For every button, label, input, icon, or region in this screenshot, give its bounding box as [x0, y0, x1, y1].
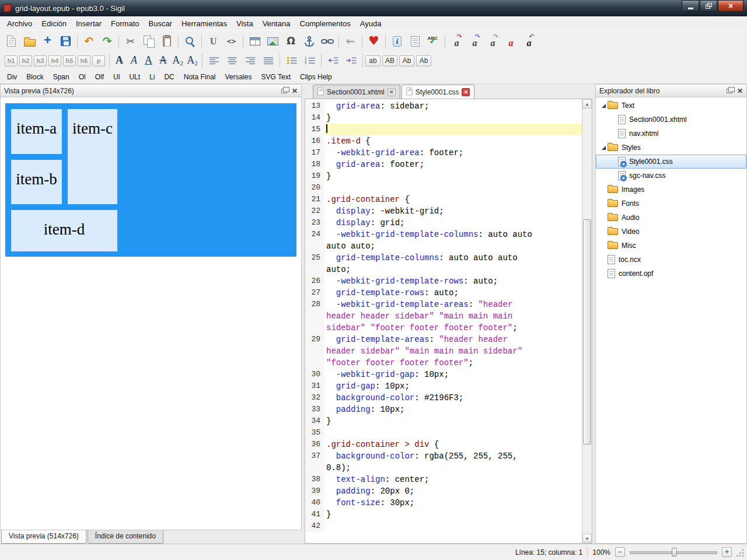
menu-edicion[interactable]: Edición — [37, 18, 71, 30]
donate-icon[interactable]: ♥ — [365, 33, 383, 50]
code-editor[interactable]: 13 grid-area: sidebar;14}1516.item-d {17… — [305, 99, 582, 543]
underline-button[interactable]: A — [141, 53, 156, 68]
menu-formato[interactable]: Formato — [106, 18, 144, 30]
clear-ignored-icon[interactable]: a↶ — [520, 33, 538, 50]
tag-clips-help-button[interactable]: Clips Help — [300, 72, 338, 82]
redo-icon[interactable]: ↷ — [98, 33, 116, 50]
uppercase-button[interactable]: AB — [382, 55, 397, 66]
zoom-slider-thumb[interactable] — [672, 548, 677, 556]
scroll-down-arrow[interactable]: ▼ — [582, 534, 592, 543]
menu-ayuda[interactable]: Ayuda — [355, 18, 386, 30]
find-misspelled-icon[interactable]: a↷ — [448, 33, 466, 50]
tree-item-images[interactable]: Images — [596, 183, 746, 197]
heading-h1-button[interactable]: h1 — [5, 55, 18, 66]
heading-h5-button[interactable]: h5 — [63, 55, 76, 66]
strikethrough-button[interactable]: A — [156, 53, 170, 68]
index-editor-icon[interactable] — [246, 33, 264, 50]
tree-item-toc-ncx[interactable]: toc.ncx — [596, 253, 746, 267]
tree-item-sgc-nav-css[interactable]: sgc-nav.css — [596, 169, 746, 183]
expanded-arrow-icon[interactable] — [602, 146, 606, 150]
ignore-word-icon[interactable]: a↷ — [484, 33, 502, 50]
float-panel-icon[interactable] — [727, 89, 732, 93]
heading-p-button[interactable]: p — [92, 55, 105, 66]
zoom-in-button[interactable]: + — [722, 547, 732, 557]
dock-tab-vista-previa-514x726-[interactable]: Vista previa (514x726) — [1, 530, 86, 544]
tag-li-button[interactable]: Li — [149, 72, 160, 82]
tree-item-nav-xhtml[interactable]: nav.xhtml — [596, 127, 746, 141]
align-center-icon[interactable] — [223, 52, 241, 69]
menu-herramientas[interactable]: Herramientas — [177, 18, 232, 30]
tag-svg-text-button[interactable]: SVG Text — [261, 72, 296, 82]
tree-item-styles[interactable]: Styles — [596, 141, 746, 155]
capitalize-button[interactable]: Ab — [416, 55, 431, 66]
indent-icon[interactable] — [342, 52, 360, 69]
insert-link-icon[interactable] — [318, 33, 336, 50]
italic-button[interactable]: A — [127, 53, 141, 68]
numbered-list-icon[interactable]: 123 — [301, 52, 319, 69]
tag-span-button[interactable]: Span — [53, 72, 75, 82]
align-justify-icon[interactable] — [259, 52, 277, 69]
special-character-icon[interactable]: Ω — [282, 33, 300, 50]
back-icon[interactable]: ← — [341, 33, 359, 50]
tag-ul-button[interactable]: Ul — [113, 72, 125, 82]
tree-item-misc[interactable]: Misc — [596, 239, 746, 253]
scroll-up-arrow[interactable]: ▲ — [582, 99, 592, 108]
copy-icon[interactable] — [139, 33, 158, 50]
misspelled-word-icon[interactable]: a — [502, 33, 520, 50]
zoom-out-button[interactable]: − — [615, 547, 625, 557]
tag-olf-button[interactable]: Olf — [95, 72, 110, 82]
menu-complementos[interactable]: Complementos — [295, 18, 355, 30]
heading-h4-button[interactable]: h4 — [48, 55, 61, 66]
insert-id-icon[interactable] — [300, 33, 318, 50]
tag-versales-button[interactable]: Versales — [225, 72, 257, 82]
minimize-button[interactable] — [682, 0, 699, 12]
close-panel-icon[interactable]: ✕ — [292, 88, 298, 94]
tree-item-content-opf[interactable]: content.opf — [596, 267, 746, 281]
tab-section0001-xhtml[interactable]: Section0001.xhtml✕ — [313, 85, 400, 99]
align-right-icon[interactable] — [241, 52, 259, 69]
tab-close-icon[interactable]: ✕ — [388, 88, 396, 96]
heading-h2-button[interactable]: h2 — [19, 55, 32, 66]
cut-icon[interactable]: ✂ — [121, 33, 139, 50]
scroll-thumb[interactable] — [583, 219, 591, 444]
superscript-button[interactable]: A2 — [185, 53, 200, 68]
resize-grip[interactable] — [736, 548, 745, 556]
menu-insertar[interactable]: Insertar — [71, 18, 106, 30]
restore-button[interactable] — [700, 0, 717, 12]
tag-div-button[interactable]: Div — [7, 72, 23, 82]
menu-vista[interactable]: Vista — [232, 18, 258, 30]
save-icon[interactable] — [57, 33, 75, 50]
tree-item-audio[interactable]: Audio — [596, 211, 746, 225]
outdent-icon[interactable] — [324, 52, 342, 69]
clips-icon[interactable] — [406, 33, 424, 50]
lowercase-button[interactable]: ab — [365, 55, 381, 66]
heading-h6-button[interactable]: h6 — [78, 55, 90, 66]
bullet-list-icon[interactable] — [282, 52, 301, 69]
tag-dc-button[interactable]: DC — [164, 72, 180, 82]
titlecase-button[interactable]: Ab — [399, 55, 414, 66]
new-file-icon[interactable] — [2, 33, 20, 50]
open-file-icon[interactable] — [20, 33, 39, 50]
tree-item-style0001-css[interactable]: Style0001.css — [596, 155, 746, 169]
find-icon[interactable] — [181, 33, 199, 50]
tag-nota-final-button[interactable]: Nota Final — [184, 72, 222, 82]
paste-icon[interactable] — [158, 33, 176, 50]
expanded-arrow-icon[interactable] — [602, 104, 606, 108]
align-left-icon[interactable] — [205, 52, 223, 69]
metadata-editor-icon[interactable]: i — [388, 33, 406, 50]
editor-scrollbar[interactable]: ▲ ▼ — [582, 99, 592, 543]
menu-archivo[interactable]: Archivo — [2, 18, 37, 30]
tree-item-fonts[interactable]: Fonts — [596, 197, 746, 211]
title-bar[interactable]: grid-layout.epub - epub3.0 - Sigil × — [0, 0, 747, 16]
menu-buscar[interactable]: Buscar — [144, 18, 176, 30]
close-panel-icon[interactable]: ✕ — [737, 88, 743, 94]
zoom-slider[interactable] — [630, 547, 717, 557]
insert-file-icon[interactable] — [264, 33, 282, 50]
close-button[interactable]: × — [718, 0, 743, 12]
mark-selection-icon[interactable]: U — [204, 33, 222, 50]
tree-item-video[interactable]: Video — [596, 225, 746, 239]
tag-ol-button[interactable]: Ol — [79, 72, 92, 82]
undo-icon[interactable]: ↶ — [80, 33, 98, 50]
bold-button[interactable]: A — [112, 53, 127, 68]
menu-ventana[interactable]: Ventana — [258, 18, 295, 30]
